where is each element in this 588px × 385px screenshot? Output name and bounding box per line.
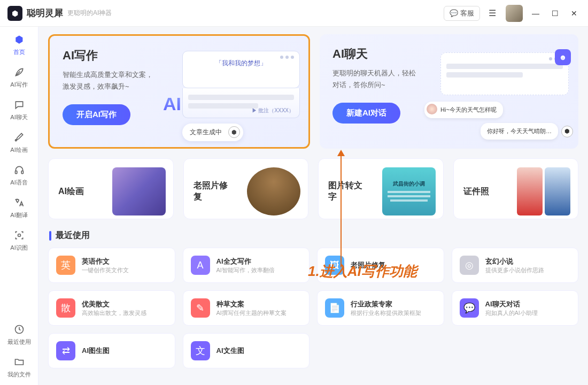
photo-thumbnail	[247, 167, 300, 215]
folder-icon	[13, 356, 26, 368]
headphone-icon	[13, 164, 26, 176]
sidebar-item-writing[interactable]: AI写作	[10, 66, 27, 89]
hero-chat-card[interactable]: AI聊天 更聪明的聊天机器人，轻松 对话，答你所问~ 新建AI对话 ☻ Hi~今…	[320, 34, 578, 149]
svg-rect-1	[21, 171, 23, 174]
sidebar-item-label: AI绘画	[10, 146, 27, 154]
sidebar-item-translate[interactable]: AI翻译	[10, 196, 27, 219]
sidebar-item-label: 我的文件	[7, 371, 31, 379]
recent-item[interactable]: AAI全文写作AI智能写作，效率翻倍	[183, 248, 310, 283]
sidebar-item-label: AI识图	[10, 244, 27, 252]
english-essay-icon: 英	[56, 256, 75, 275]
maximize-button[interactable]: ☐	[548, 7, 561, 20]
svg-point-2	[18, 234, 20, 237]
chat-dialog-icon: 💬	[460, 298, 479, 318]
translate-icon	[13, 196, 26, 209]
sidebar-item-chat[interactable]: AI聊天	[10, 98, 27, 121]
sidebar-item-painting[interactable]: AI绘画	[10, 131, 27, 154]
logo-icon: ⬢	[228, 126, 240, 138]
fulltext-icon: A	[191, 256, 210, 275]
sidebar-item-label: 首页	[13, 48, 25, 56]
recent-item[interactable]: ✎种草文案AI撰写任何主题的种草文案	[183, 290, 310, 326]
tile-painting[interactable]: AI绘画	[48, 158, 174, 219]
sidebar-item-label: AI翻译	[10, 211, 27, 219]
sidebar-item-voice[interactable]: AI语音	[10, 164, 27, 187]
title-bar: ⬢ 聪明灵犀 更聪明的AI神器 💬 客服 ☰ — ☐ ✕	[0, 0, 588, 27]
main-content: AI写作 智能生成高质量文章和文案， 激发灵感，效率飙升~ 开启AI写作 「我和…	[38, 27, 588, 385]
sidebar-item-label: AI写作	[10, 81, 27, 89]
svg-rect-0	[15, 171, 17, 174]
minimize-button[interactable]: —	[529, 7, 542, 20]
sidebar-item-label: 最近使用	[7, 338, 31, 346]
tile-id-photo[interactable]: 证件照	[453, 158, 579, 219]
sidebar-item-label: AI语音	[10, 179, 27, 187]
recent-item[interactable]: 英英语作文一键创作英文作文	[48, 248, 175, 283]
chat-bubble: Hi~今天的天气怎样呢	[424, 102, 503, 118]
clock-icon	[13, 323, 26, 336]
sidebar-item-files[interactable]: 我的文件	[7, 356, 31, 379]
sidebar-item-ocr[interactable]: AI识图	[10, 229, 27, 252]
annotation-label: ▶ 批注（XXXX）	[252, 107, 294, 114]
tile-title: 图片转文字	[328, 180, 367, 203]
tile-title: 老照片修复	[194, 180, 233, 203]
img2img-icon: ⇄	[56, 341, 75, 360]
idphoto-thumbnail	[517, 167, 570, 215]
hero-writing-card[interactable]: AI写作 智能生成高质量文章和文案， 激发灵感，效率飙升~ 开启AI写作 「我和…	[48, 34, 310, 149]
tile-ocr[interactable]: 图片转文字 武昌街的小调	[318, 158, 444, 219]
menu-icon[interactable]: ☰	[484, 5, 500, 21]
logo-icon: ⬢	[561, 126, 573, 137]
sidebar-item-label: AI聊天	[10, 113, 27, 121]
feather-icon	[13, 66, 26, 79]
chat-fab-icon: ☻	[555, 49, 571, 65]
txt2img-icon: 文	[191, 341, 210, 360]
recent-item[interactable]: 散优美散文高效输出散文，激发灵感	[48, 290, 175, 326]
sidebar: ⬢ 首页 AI写作 AI聊天 AI绘画 AI语音 AI翻译 AI识图	[0, 27, 38, 385]
tile-photo-restore[interactable]: 老照片修复	[183, 158, 309, 219]
recent-item[interactable]: 文AI文生图	[183, 333, 310, 368]
support-button[interactable]: 💬 客服	[444, 6, 480, 21]
annotation-callout: 1.进入AI写作功能	[308, 262, 417, 281]
sidebar-item-home[interactable]: ⬢ 首页	[13, 33, 26, 56]
section-recent-header: 最近使用	[49, 230, 578, 241]
close-button[interactable]: ✕	[568, 7, 581, 20]
recent-item[interactable]: ⇄AI图生图	[48, 333, 175, 368]
policy-expert-icon: 📄	[325, 298, 344, 318]
painting-thumbnail	[112, 167, 166, 215]
writing-illustration: 「我和我的梦想」 ▶ 批注（XXXX） 文章生成中 ⬢ AI	[182, 51, 300, 136]
support-label: 客服	[460, 9, 474, 18]
chat-bubble: 你好呀，今天天气晴朗…	[481, 123, 558, 140]
ocr-thumbnail: 武昌街的小调	[382, 167, 436, 215]
prose-icon: 散	[56, 298, 75, 318]
seeding-copy-icon: ✎	[191, 298, 210, 318]
avatar[interactable]	[506, 5, 523, 22]
recent-item[interactable]: 💬AI聊天对话宛如真人的AI小助理	[452, 290, 579, 326]
recent-item[interactable]: 📄行业政策专家根据行业名称提供政策框架	[317, 290, 444, 326]
sidebar-item-recent[interactable]: 最近使用	[7, 323, 31, 346]
chat-illustration: ☻ Hi~今天的天气怎样呢 你好呀，今天天气晴朗… ⬢	[440, 52, 569, 138]
illustration-quote: 「我和我的梦想」	[183, 59, 299, 68]
ai-badge-icon: AI	[163, 94, 181, 114]
new-chat-button[interactable]: 新建AI对话	[332, 103, 400, 124]
fantasy-novel-icon: ◎	[460, 256, 479, 275]
annotation-arrow	[341, 155, 342, 267]
recent-item[interactable]: ◎玄幻小说提供更多小说创作思路	[452, 248, 579, 283]
start-writing-button[interactable]: 开启AI写作	[63, 104, 130, 125]
chat-icon	[13, 98, 26, 111]
brush-icon	[13, 131, 26, 144]
scan-icon	[13, 229, 26, 242]
tile-title: AI绘画	[58, 186, 84, 197]
app-subtitle: 更聪明的AI神器	[67, 9, 112, 18]
app-name: 聪明灵犀	[27, 7, 63, 19]
home-icon: ⬢	[13, 33, 26, 46]
tile-title: 证件照	[463, 186, 489, 197]
app-logo-icon: ⬢	[7, 6, 22, 21]
generating-pill: 文章生成中 ⬢	[182, 124, 243, 141]
chat-bubble-icon: 💬	[450, 9, 458, 17]
